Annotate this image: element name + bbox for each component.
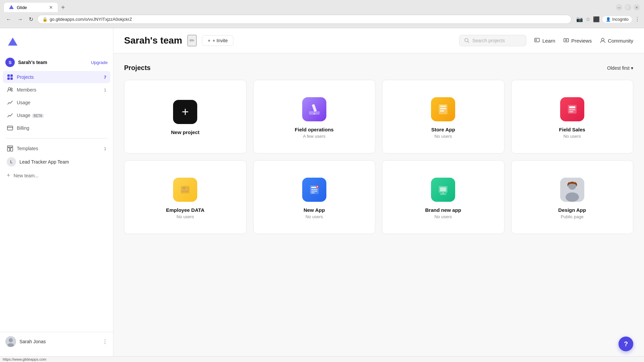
browser-controls: 📷 ☆ ⬛ 👤 Incognito ⋮ bbox=[576, 16, 640, 23]
svg-rect-8 bbox=[7, 126, 13, 130]
invite-plus-icon: + bbox=[208, 38, 210, 43]
svg-point-7 bbox=[11, 88, 12, 90]
new-team-button[interactable]: + New team... bbox=[0, 169, 113, 182]
cast-icon[interactable]: 📷 bbox=[576, 16, 583, 22]
field-sales-users: No users bbox=[564, 134, 581, 139]
svg-rect-36 bbox=[181, 191, 189, 192]
edit-title-button[interactable]: ✏ bbox=[187, 35, 197, 46]
employee-data-users: No users bbox=[176, 214, 194, 219]
projects-section-title: Projects bbox=[124, 64, 151, 72]
field-ops-name: Field operations bbox=[295, 127, 334, 132]
svg-marker-1 bbox=[8, 38, 17, 46]
browser-tab[interactable]: Glide ✕ bbox=[4, 3, 58, 12]
search-bar[interactable]: Search projects bbox=[459, 35, 526, 46]
previews-link[interactable]: Previews bbox=[563, 38, 592, 44]
svg-rect-2 bbox=[7, 74, 10, 77]
forward-button[interactable]: → bbox=[15, 15, 25, 24]
new-app-name: New App bbox=[304, 207, 325, 213]
store-icon bbox=[431, 97, 455, 121]
sidebar-item-members[interactable]: Members 1 bbox=[3, 84, 110, 96]
community-link[interactable]: Community bbox=[600, 38, 633, 44]
templates-icon bbox=[7, 145, 13, 152]
store-app-name: Store App bbox=[431, 127, 455, 132]
svg-rect-31 bbox=[569, 106, 575, 108]
sidebar-toggle-icon[interactable]: ⬛ bbox=[593, 16, 600, 22]
usage-beta-label: Usage BETA bbox=[17, 113, 106, 118]
browser-nav: ← → ↻ 🔒 go.glideapps.com/o/vvJNYITxjzzA0… bbox=[4, 15, 640, 24]
sidebar-item-projects[interactable]: Projects 7 bbox=[3, 71, 110, 83]
svg-rect-33 bbox=[569, 111, 573, 112]
project-card-employee-data[interactable]: Employee DATA No users bbox=[124, 160, 247, 234]
svg-rect-29 bbox=[440, 110, 444, 112]
beta-badge: BETA bbox=[32, 114, 43, 118]
invite-button[interactable]: + + Invite bbox=[202, 35, 233, 46]
status-bar: https://www.glideapps.com bbox=[0, 356, 644, 362]
sidebar-nav: Projects 7 Members 1 bbox=[0, 71, 113, 134]
sidebar-divider bbox=[5, 138, 108, 138]
sidebar-item-billing[interactable]: Billing bbox=[3, 122, 110, 134]
sidebar-team-lead-tracker[interactable]: L Lead Tracker App Team bbox=[0, 155, 113, 169]
search-placeholder: Search projects bbox=[472, 38, 505, 43]
main-header: Sarah's team ✏ + + Invite Search project… bbox=[113, 28, 644, 53]
glide-logo-icon bbox=[7, 36, 19, 48]
new-app-icon bbox=[302, 178, 326, 202]
projects-header: Projects Oldest first ▾ bbox=[124, 64, 633, 72]
reload-button[interactable]: ↻ bbox=[27, 15, 35, 24]
back-button[interactable]: ← bbox=[4, 15, 13, 24]
projects-badge: 7 bbox=[104, 75, 106, 80]
billing-label: Billing bbox=[17, 125, 106, 131]
sidebar-item-templates[interactable]: Templates 1 bbox=[3, 142, 110, 155]
header-right: Search projects Learn Previews bbox=[459, 35, 633, 46]
project-card-design-app[interactable]: Design App Public page bbox=[511, 160, 634, 234]
svg-point-14 bbox=[9, 338, 13, 342]
svg-rect-19 bbox=[535, 39, 537, 41]
new-tab-button[interactable]: + bbox=[59, 4, 67, 11]
sort-button[interactable]: Oldest first ▾ bbox=[607, 65, 633, 71]
minimize-button[interactable]: — bbox=[616, 4, 623, 11]
project-card-field-sales[interactable]: Field Sales No users bbox=[511, 80, 634, 154]
svg-line-17 bbox=[468, 42, 469, 43]
team-avatar: S bbox=[5, 58, 15, 67]
page-title: Sarah's team bbox=[124, 35, 182, 46]
design-app-icon bbox=[560, 178, 584, 202]
project-card-brand-new-app[interactable]: Brand new app No users bbox=[382, 160, 504, 234]
usage-icon bbox=[7, 99, 13, 106]
projects-icon bbox=[7, 74, 13, 80]
new-project-card[interactable]: + New project bbox=[124, 80, 247, 154]
plus-icon: + bbox=[182, 105, 189, 119]
svg-point-21 bbox=[566, 40, 567, 41]
sidebar-item-usage[interactable]: Usage bbox=[3, 97, 110, 109]
address-bar[interactable]: 🔒 go.glideapps.com/o/vvJNYITxjzzA0okjckr… bbox=[37, 15, 572, 24]
app-container: S Sarah's team Upgrade Projects 7 bbox=[0, 28, 644, 356]
svg-rect-3 bbox=[10, 74, 13, 77]
brand-new-app-icon bbox=[431, 178, 455, 202]
svg-rect-27 bbox=[440, 106, 446, 107]
svg-rect-42 bbox=[311, 191, 317, 192]
projects-label: Projects bbox=[17, 74, 101, 80]
tab-close-button[interactable]: ✕ bbox=[49, 5, 53, 10]
learn-link[interactable]: Learn bbox=[534, 38, 555, 44]
upgrade-button[interactable]: Upgrade bbox=[91, 60, 108, 65]
learn-label: Learn bbox=[542, 38, 555, 44]
help-button[interactable]: ? bbox=[619, 337, 633, 351]
browser-chrome: Glide ✕ + — ⬜ ✕ ← → ↻ 🔒 go.glideapps.com… bbox=[0, 0, 644, 28]
sidebar-item-usage-beta[interactable]: Usage BETA bbox=[3, 109, 110, 121]
project-card-store-app[interactable]: Store App No users bbox=[382, 80, 504, 154]
templates-label: Templates bbox=[17, 146, 101, 151]
maximize-button[interactable]: ⬜ bbox=[625, 4, 631, 11]
previews-icon bbox=[563, 38, 569, 44]
brand-new-app-name: Brand new app bbox=[425, 207, 461, 213]
user-menu-button[interactable]: ⋮ bbox=[102, 339, 108, 345]
more-options-icon[interactable]: ⋮ bbox=[635, 16, 640, 22]
svg-marker-0 bbox=[9, 5, 14, 9]
billing-icon bbox=[7, 125, 13, 131]
svg-point-38 bbox=[188, 188, 190, 189]
svg-rect-49 bbox=[440, 193, 446, 195]
close-button[interactable]: ✕ bbox=[633, 4, 640, 11]
project-card-new-app[interactable]: New App No users bbox=[253, 160, 376, 234]
members-icon bbox=[7, 86, 13, 93]
sidebar: S Sarah's team Upgrade Projects 7 bbox=[0, 28, 113, 356]
projects-area: Projects Oldest first ▾ + New project bbox=[113, 53, 644, 356]
star-icon[interactable]: ☆ bbox=[586, 16, 590, 22]
project-card-field-operations[interactable]: Field operations A few users bbox=[253, 80, 376, 154]
